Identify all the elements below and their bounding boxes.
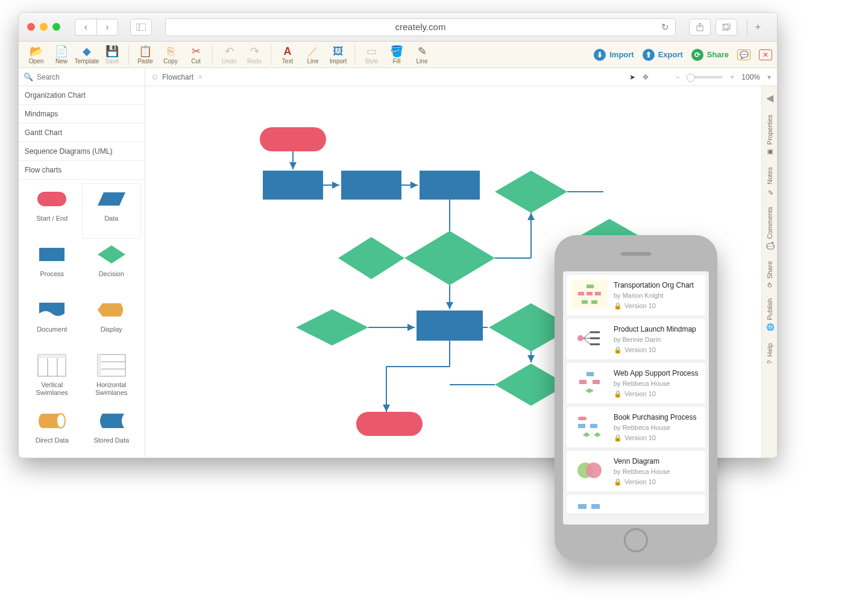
tab-status-icon <box>153 75 157 80</box>
svg-rect-71 <box>578 424 585 428</box>
tab-help[interactable]: ?Help <box>766 343 773 364</box>
tab-notes[interactable]: ✎Notes <box>766 167 773 196</box>
lock-icon: 🔒 <box>614 390 622 397</box>
fill-button[interactable]: 🪣Fill <box>384 45 409 65</box>
svg-rect-0 <box>136 24 146 31</box>
shape-display[interactable]: Display <box>82 294 142 350</box>
shape-document[interactable]: Document <box>22 294 82 350</box>
redo-button[interactable]: ↷Redo <box>242 45 267 65</box>
thumb-icon <box>571 368 608 397</box>
collapse-right-icon[interactable]: ◀ <box>766 92 773 104</box>
diagram-list-item[interactable]: Transportation Org Chart by Marion Knigh… <box>567 275 705 315</box>
svg-rect-23 <box>263 171 323 200</box>
phone-screen: Transportation Org Chart by Marion Knigh… <box>563 271 709 525</box>
svg-rect-53 <box>587 285 594 288</box>
zoom-in-icon[interactable]: + <box>730 73 734 81</box>
thumb-icon <box>571 324 608 353</box>
forward-button[interactable]: › <box>96 19 118 36</box>
url-bar[interactable]: creately.com ↻ <box>165 18 676 36</box>
tab-share[interactable]: ⟳Share <box>766 261 773 288</box>
reload-icon[interactable]: ↻ <box>661 22 669 33</box>
svg-rect-66 <box>587 372 594 376</box>
svg-marker-7 <box>98 192 125 206</box>
shape-vswim[interactable]: Vertical Swimlanes <box>22 350 82 405</box>
diagram-list-item[interactable]: Venn Diagram by Rebbeca House 🔒Version 1… <box>567 451 705 491</box>
save-button[interactable]: 💾Save <box>99 45 125 65</box>
template-button[interactable]: ◆Template <box>74 45 99 65</box>
undo-button[interactable]: ↶Undo <box>216 45 242 65</box>
category-item[interactable]: Flow charts <box>19 161 145 180</box>
diagram-list-item[interactable]: Book Purchasing Process by Rebbeca House… <box>567 407 705 447</box>
pan-tool-icon[interactable]: ✥ <box>643 73 649 81</box>
svg-rect-77 <box>578 504 587 509</box>
diagram-list-item[interactable]: Product Launch Mindmap by Bennie Darin 🔒… <box>567 319 705 359</box>
category-item[interactable]: Sequence Diagrams (UML) <box>19 142 145 161</box>
diagram-list-item[interactable]: Web App Support Process by Rebbeca House… <box>567 363 705 403</box>
svg-rect-24 <box>341 171 401 200</box>
style-button[interactable]: ▭Style <box>359 45 384 65</box>
document-tab[interactable]: Flowchart × <box>145 73 210 81</box>
text-button[interactable]: AText <box>275 45 300 65</box>
tabs-button[interactable] <box>715 19 737 36</box>
svg-rect-41 <box>417 311 483 341</box>
category-item[interactable]: Mindmaps <box>19 105 145 124</box>
new-button[interactable]: 📄New <box>49 45 74 65</box>
shape-hswim[interactable]: Horizontal Swimlanes <box>82 350 142 405</box>
new-tab-button[interactable]: + <box>747 19 769 36</box>
tab-comments[interactable]: 💬Comments <box>766 207 773 250</box>
right-panel-tabs: ◀ ▣Properties ✎Notes 💬Comments ⟳Share 🌐P… <box>761 86 777 458</box>
svg-rect-78 <box>591 504 600 509</box>
category-item[interactable]: Gantt Chart <box>19 124 145 142</box>
svg-marker-37 <box>338 237 404 279</box>
search-input[interactable] <box>37 73 140 81</box>
back-button[interactable]: ‹ <box>75 19 96 36</box>
copy-button[interactable]: ⎘Copy <box>158 45 183 65</box>
lock-icon: 🔒 <box>614 346 622 353</box>
svg-point-20 <box>57 414 65 428</box>
shape-process[interactable]: Process <box>22 239 82 294</box>
zoom-slider[interactable] <box>687 76 723 78</box>
svg-rect-8 <box>39 248 64 261</box>
svg-rect-21 <box>260 127 326 151</box>
shape-stored-data[interactable]: Stored Data <box>82 405 142 458</box>
import-image-button[interactable]: 🖼Import <box>326 45 351 65</box>
share-button[interactable]: ⟳Share <box>691 49 729 61</box>
maximize-window[interactable] <box>52 23 60 31</box>
open-button[interactable]: 📂Open <box>24 45 49 65</box>
minimize-window[interactable] <box>40 23 48 31</box>
browser-titlebar: ‹ › creately.com ↻ + <box>19 13 777 42</box>
shape-start-end[interactable]: Start / End <box>22 183 82 239</box>
cut-button[interactable]: ✂Cut <box>183 45 209 65</box>
svg-rect-25 <box>420 171 480 200</box>
comment-toggle[interactable]: 💬 <box>737 49 750 60</box>
shape-direct-data[interactable]: Direct Data <box>22 405 82 458</box>
sidebar-toggle[interactable] <box>130 19 152 36</box>
shape-data[interactable]: Data <box>82 183 142 239</box>
close-window[interactable] <box>27 23 35 31</box>
thumb-icon <box>571 456 608 485</box>
zoom-out-icon[interactable]: − <box>675 73 679 81</box>
line-style-button[interactable]: ✎Line <box>409 45 435 65</box>
shape-decision[interactable]: Decision <box>82 239 142 294</box>
diagram-list-item[interactable] <box>567 495 705 513</box>
import-button[interactable]: ⬇Import <box>594 49 634 61</box>
tab-publish[interactable]: 🌐Publish <box>766 298 773 332</box>
svg-line-62 <box>583 338 590 344</box>
svg-marker-73 <box>583 432 590 437</box>
close-tab-icon[interactable]: × <box>198 73 203 81</box>
sub-toolbar: 🔍 Flowchart × ➤ ✥ − + 100% ▾ <box>19 68 777 86</box>
close-panel-button[interactable]: ✕ <box>759 49 772 60</box>
category-item[interactable]: Organization Chart <box>19 86 145 105</box>
phone-home-button[interactable] <box>624 528 648 552</box>
tab-properties[interactable]: ▣Properties <box>766 115 773 156</box>
line-button[interactable]: ／Line <box>300 45 326 65</box>
svg-line-60 <box>583 332 590 338</box>
pointer-tool-icon[interactable]: ➤ <box>629 73 635 81</box>
svg-rect-4 <box>722 25 728 30</box>
svg-rect-13 <box>38 355 66 358</box>
share-browser-button[interactable] <box>689 19 711 36</box>
zoom-dropdown-icon[interactable]: ▾ <box>767 73 771 81</box>
svg-rect-58 <box>591 300 597 304</box>
paste-button[interactable]: 📋Paste <box>133 45 158 65</box>
export-button[interactable]: ⬆Export <box>643 49 683 61</box>
